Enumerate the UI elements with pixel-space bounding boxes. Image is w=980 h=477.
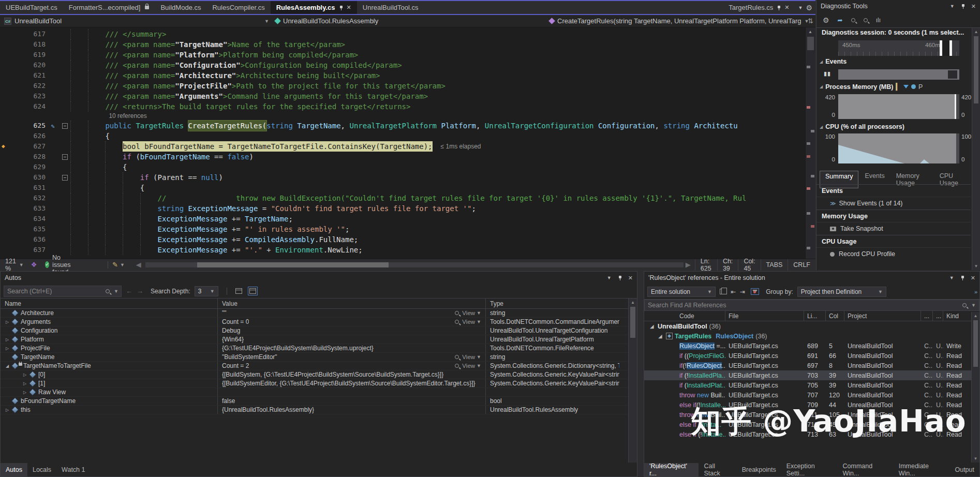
editor-tab[interactable]: RulesCompiler.cs	[206, 1, 270, 14]
bottom-tab-exception-setti-[interactable]: Exception Setti...	[781, 463, 838, 476]
view-button[interactable]: View▼	[450, 310, 481, 316]
horizontal-scrollbar[interactable]	[145, 262, 684, 267]
collapse-icon[interactable]: −	[62, 123, 68, 129]
fold-margin[interactable]	[60, 101, 70, 112]
scrollbar-thumb[interactable]	[630, 307, 635, 338]
breakpoint-margin[interactable]	[0, 214, 9, 224]
summary-action[interactable]: Take Snapshot	[816, 222, 971, 235]
chevron-down-icon[interactable]: ▼	[950, 4, 955, 9]
document-well-options-icon[interactable]: ⚙	[806, 4, 812, 12]
settings-gear-icon[interactable]: ⚙	[823, 16, 829, 24]
fold-margin[interactable]	[60, 131, 70, 141]
expander-icon[interactable]: ▷	[21, 390, 28, 395]
filter-icon[interactable]	[752, 290, 758, 293]
code-line[interactable]: 622/// <param name="ProjectFile">Path to…	[0, 81, 805, 91]
edit-and-continue-icon[interactable]: ✎	[112, 261, 118, 269]
pin-icon[interactable]	[961, 4, 965, 8]
fold-margin[interactable]: −	[60, 172, 70, 183]
scrollbar-thumb[interactable]	[974, 36, 978, 103]
editor-scrollbar[interactable]: ▲	[805, 27, 815, 259]
pin-icon[interactable]	[960, 276, 964, 280]
bottom-tab-locals[interactable]: Locals	[27, 463, 56, 476]
expander-icon[interactable]: ▷	[4, 346, 11, 351]
autos-row[interactable]: ▷Platform{Win64}UnrealBuildTool.UnrealTa…	[1, 335, 637, 344]
toolbar-overflow-icon[interactable]: »	[974, 289, 976, 295]
column-header[interactable]: File	[725, 311, 804, 321]
code-line[interactable]: 625✎−public TargetRules CreateTargetRule…	[0, 121, 805, 131]
breakpoint-margin[interactable]	[0, 121, 9, 131]
scroll-up-icon[interactable]: ▲	[808, 29, 812, 34]
chevron-down-icon[interactable]: ▼	[971, 303, 976, 308]
breakpoint-margin[interactable]	[0, 172, 9, 183]
bottom-tab-immediate-win-[interactable]: Immediate Win...	[894, 463, 950, 476]
bottom-tab-autos[interactable]: Autos	[1, 463, 27, 476]
fold-margin[interactable]	[60, 70, 70, 81]
pin-icon[interactable]	[777, 6, 781, 10]
expander-icon[interactable]: ▷	[21, 381, 28, 386]
code-editor[interactable]: 617/// </summary>618/// <param name="Tar…	[0, 27, 805, 259]
fold-margin[interactable]: −	[60, 152, 70, 162]
scroll-up-icon[interactable]: ▲	[972, 29, 980, 34]
reference-row[interactable]: if (!InstalledPla...UEBuildTarget.cs7033…	[644, 370, 979, 380]
breakpoint-margin[interactable]	[0, 81, 9, 91]
perf-tip[interactable]: ≤ 1ms elapsed	[441, 141, 481, 152]
chevron-down-icon[interactable]: ▼	[114, 289, 118, 294]
code-line[interactable]: 621/// <param name="Architecture">Archit…	[0, 70, 805, 81]
code-line[interactable]: 634ExceptionMessage += TargetName;	[0, 214, 805, 224]
scroll-left-icon[interactable]: ◀	[136, 261, 141, 269]
fold-margin[interactable]	[60, 141, 70, 152]
scroll-up-icon[interactable]: ▲	[972, 314, 979, 318]
column-header[interactable]: Kind	[943, 311, 967, 321]
breakpoint-margin[interactable]	[0, 29, 9, 39]
scrollbar-thumb[interactable]	[807, 37, 814, 50]
breakpoint-margin[interactable]	[0, 70, 9, 81]
close-icon[interactable]: ✕	[628, 275, 633, 281]
editor-tab[interactable]: UEBuildTarget.cs	[0, 1, 63, 14]
collapse-icon[interactable]: −	[62, 175, 68, 181]
references-group-row[interactable]: ◢UnrealBuildTool (36)	[644, 321, 979, 331]
column-header[interactable]: Li...	[804, 311, 826, 321]
pin-icon[interactable]	[339, 6, 343, 10]
health-indicator-icon[interactable]: ❖	[31, 261, 37, 269]
autos-row[interactable]: ◢TargetNameToTargetFileCount = 2View▼Sys…	[1, 362, 637, 370]
column-header-name[interactable]: Name	[1, 299, 218, 308]
zoom-in-icon[interactable]	[851, 18, 855, 22]
reference-row[interactable]: RulesObject =...UEBuildTarget.cs6895Unre…	[644, 341, 979, 351]
fold-margin[interactable]	[60, 183, 70, 193]
close-icon[interactable]: ✕	[347, 4, 351, 11]
memory-graph[interactable]	[838, 94, 959, 119]
cpu-section-header[interactable]: ◢CPU (% of all processors)	[820, 123, 904, 130]
memory-section-header[interactable]: ◢Process Memory (MB) ▎ P	[820, 83, 923, 91]
close-icon[interactable]: ✕	[971, 3, 976, 10]
reference-row[interactable]: if ((ProjectFileG...UEBuildTarget.cs6916…	[644, 351, 979, 361]
code-line[interactable]: 620/// <param name="Configuration">Confi…	[0, 60, 805, 70]
search-input[interactable]	[645, 300, 962, 310]
code-line[interactable]: 617/// </summary>	[0, 29, 805, 39]
reference-row[interactable]: if (InstalledPlat...UEBuildTarget.cs7053…	[644, 380, 979, 390]
editor-tab-targetrules[interactable]: TargetRules.cs ✕	[723, 4, 795, 11]
autos-row[interactable]: ▷ProjectFile{G:\TestUE4Project\BuildSyst…	[1, 344, 637, 353]
code-line[interactable]: 624/// <returns>The build target rules f…	[0, 101, 805, 112]
expander-icon[interactable]: ▷	[4, 337, 11, 342]
search-forward-icon[interactable]: →	[137, 287, 143, 295]
editor-tab[interactable]: RulesAssembly.cs✕	[271, 1, 357, 14]
column-header[interactable]: Code	[644, 311, 725, 321]
breakpoint-margin[interactable]	[0, 193, 9, 203]
autos-row[interactable]: ▷[1]{[BuildSystemEditor, {G:\TestUE4Proj…	[1, 379, 637, 388]
expander-icon[interactable]: ▷	[4, 408, 11, 412]
breakpoint-margin[interactable]	[0, 91, 9, 101]
fold-margin[interactable]	[60, 203, 70, 214]
code-line[interactable]: 623/// <param name="Arguments">Command l…	[0, 91, 805, 101]
expander-icon[interactable]: ▷	[4, 320, 11, 324]
editor-tab[interactable]: UnrealBuildTool.cs	[357, 1, 424, 14]
autos-row[interactable]: ▷[0]{[BuildSystem, {G:\TestUE4Project\Bu…	[1, 370, 637, 379]
scroll-up-icon[interactable]: ▲	[629, 300, 637, 305]
cpu-graph[interactable]	[838, 133, 959, 163]
format-specifier-icon[interactable]	[235, 288, 242, 294]
fold-margin[interactable]	[60, 39, 70, 50]
member-dropdown[interactable]: CreateTargetRules(string TargetName, Unr…	[543, 17, 815, 25]
chevron-down-icon[interactable]: ▼	[607, 275, 612, 280]
autos-row[interactable]: bFoundTargetNamefalsebool	[1, 397, 637, 406]
codelens-indicator[interactable]: 10 references	[0, 112, 805, 121]
bottom-tab-watch-1[interactable]: Watch 1	[56, 463, 90, 476]
